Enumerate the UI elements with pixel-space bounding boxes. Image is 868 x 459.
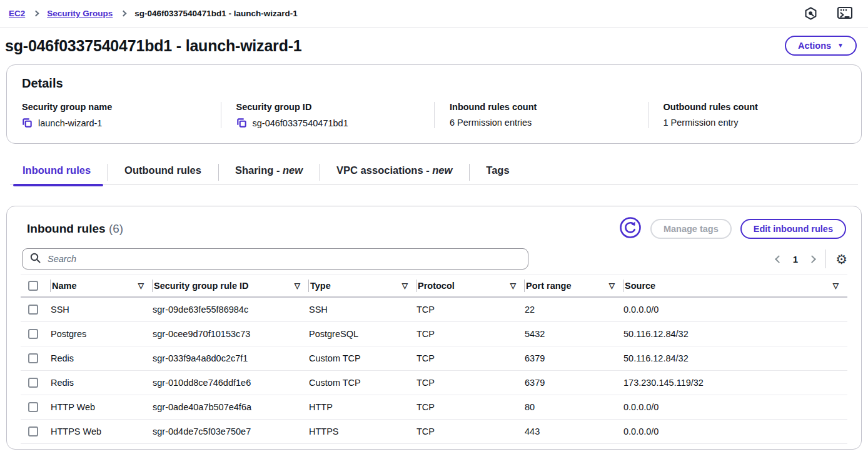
row-checkbox[interactable] xyxy=(28,378,38,388)
tab-inbound-rules[interactable]: Inbound rules xyxy=(13,161,108,184)
filter-icon[interactable]: ▽ xyxy=(833,281,839,290)
cell-source: 50.116.12.84/32 xyxy=(623,329,847,339)
details-heading: Details xyxy=(7,76,861,91)
detail-security-group-id: Security group ID sg-046f0337540471bd1 xyxy=(221,102,435,128)
copy-icon[interactable] xyxy=(22,118,33,128)
cell-port-range: 80 xyxy=(525,402,623,412)
table-row: Postgres sgr-0cee9d70f10153c73 PostgreSQ… xyxy=(21,322,847,346)
table-row: Redis sgr-033f9a4a8d0c2c7f1 Custom TCP T… xyxy=(21,346,847,371)
column-label: Type xyxy=(310,281,331,291)
panel-title: Inbound rules (6) xyxy=(27,222,123,236)
panel-actions: Manage tags Edit inbound rules xyxy=(619,216,846,241)
select-all-checkbox[interactable] xyxy=(28,281,38,291)
next-page-icon[interactable] xyxy=(808,255,816,263)
breadcrumb-current: sg-046f0337540471bd1 - launch-wizard-1 xyxy=(134,9,297,18)
details-grid: Security group name launch-wizard-1 Secu… xyxy=(7,102,861,128)
column-header-type: Type ▽ xyxy=(309,275,416,296)
detail-security-group-name: Security group name launch-wizard-1 xyxy=(7,102,221,128)
actions-button[interactable]: Actions ▼ xyxy=(785,36,857,56)
column-label: Port range xyxy=(526,281,572,291)
panel-header: Inbound rules (6) Manage tags Edit inbou… xyxy=(21,215,847,241)
tab-new-badge: new xyxy=(432,164,452,176)
header-select-all xyxy=(21,275,51,296)
detail-inbound-rules-count: Inbound rules count 6 Permission entries xyxy=(434,102,648,128)
column-label: Name xyxy=(52,281,77,291)
tab-vpc-associations[interactable]: VPC associations - new xyxy=(320,161,469,184)
detail-value: sg-046f0337540471bd1 xyxy=(253,118,348,128)
column-header-rule-id: Security group rule ID ▽ xyxy=(153,275,309,296)
cell-port-range: 22 xyxy=(525,305,623,315)
cell-name: Redis xyxy=(51,353,153,363)
copy-icon[interactable] xyxy=(236,118,247,128)
column-header-source: Source ▽ xyxy=(623,275,847,296)
cell-port-range: 5432 xyxy=(525,329,623,339)
breadcrumb-separator-icon xyxy=(121,11,127,17)
tab-tags[interactable]: Tags xyxy=(469,161,526,184)
filter-icon[interactable]: ▽ xyxy=(609,281,615,290)
row-checkbox[interactable] xyxy=(28,329,38,339)
row-checkbox[interactable] xyxy=(28,402,38,412)
detail-label: Security group ID xyxy=(236,102,420,112)
detail-outbound-rules-count: Outbound rules count 1 Permission entry xyxy=(648,102,862,128)
toolbar-divider xyxy=(825,250,825,268)
row-checkbox[interactable] xyxy=(28,426,38,436)
cell-name: SSH xyxy=(51,305,153,315)
column-label: Protocol xyxy=(418,281,455,291)
cell-rule-id: sgr-0cee9d70f10153c73 xyxy=(153,329,309,339)
refresh-icon xyxy=(619,216,642,241)
cell-type: SSH xyxy=(309,305,416,315)
tab-label: Outbound rules xyxy=(124,164,201,176)
breadcrumb-link-security-groups[interactable]: Security Groups xyxy=(47,9,113,18)
column-label: Source xyxy=(625,281,655,291)
search-input[interactable] xyxy=(46,253,520,265)
refresh-button[interactable] xyxy=(619,216,642,241)
inbound-rules-table: Name ▽ Security group rule ID ▽ Type ▽ P… xyxy=(21,275,847,444)
filter-icon[interactable]: ▽ xyxy=(402,281,408,290)
cell-source: 50.116.12.84/32 xyxy=(623,353,847,363)
detail-label: Inbound rules count xyxy=(450,102,633,112)
cell-protocol: TCP xyxy=(416,402,525,412)
detail-value: 1 Permission entry xyxy=(664,118,739,128)
cell-name: HTTP Web xyxy=(51,402,153,412)
page-header: sg-046f0337540471bd1 - launch-wizard-1 A… xyxy=(0,28,868,64)
page-number[interactable]: 1 xyxy=(792,254,799,265)
tab-outbound-rules[interactable]: Outbound rules xyxy=(108,161,218,184)
edit-inbound-rules-button[interactable]: Edit inbound rules xyxy=(740,219,846,239)
column-header-protocol: Protocol ▽ xyxy=(416,275,525,296)
previous-page-icon[interactable] xyxy=(775,255,783,263)
cell-type: HTTP xyxy=(309,402,416,412)
filter-icon[interactable]: ▽ xyxy=(138,281,144,290)
manage-tags-button[interactable]: Manage tags xyxy=(650,219,732,239)
cell-source: 0.0.0.0/0 xyxy=(623,426,847,436)
cell-port-range: 6379 xyxy=(525,378,623,388)
edit-inbound-rules-label: Edit inbound rules xyxy=(754,224,833,234)
panel-count: (6) xyxy=(109,222,123,235)
settings-gear-icon[interactable]: ⚙ xyxy=(835,253,847,266)
cell-source: 0.0.0.0/0 xyxy=(623,402,847,412)
filter-icon[interactable]: ▽ xyxy=(510,281,516,290)
row-checkbox[interactable] xyxy=(28,305,38,315)
table-toolbar: 1 ⚙ xyxy=(21,248,847,270)
cloudshell-icon[interactable] xyxy=(837,6,853,21)
amazon-q-icon[interactable] xyxy=(804,6,818,21)
column-label: Security group rule ID xyxy=(154,281,248,291)
cell-protocol: TCP xyxy=(416,378,525,388)
detail-label: Outbound rules count xyxy=(664,102,847,112)
breadcrumb-separator-icon xyxy=(33,11,39,17)
cell-rule-id: sgr-09de63fe55f86984c xyxy=(153,305,309,315)
cell-type: Custom TCP xyxy=(309,378,416,388)
breadcrumb-link-ec2[interactable]: EC2 xyxy=(9,9,25,18)
row-checkbox[interactable] xyxy=(28,353,38,363)
tab-sharing[interactable]: Sharing - new xyxy=(218,161,320,184)
tab-label: Sharing - xyxy=(235,164,283,176)
cell-protocol: TCP xyxy=(416,426,525,436)
cell-rule-id: sgr-0ade40a7b507e4f6a xyxy=(153,402,309,412)
column-header-name: Name ▽ xyxy=(51,275,153,296)
inbound-rules-panel: Inbound rules (6) Manage tags Edit inbou… xyxy=(6,206,862,450)
filter-icon[interactable]: ▽ xyxy=(295,281,300,290)
cell-type: PostgreSQL xyxy=(309,329,416,339)
manage-tags-label: Manage tags xyxy=(664,224,719,234)
tab-label: VPC associations - xyxy=(336,164,432,176)
page-title: sg-046f0337540471bd1 - launch-wizard-1 xyxy=(5,37,302,55)
cell-name: Redis xyxy=(51,378,153,388)
